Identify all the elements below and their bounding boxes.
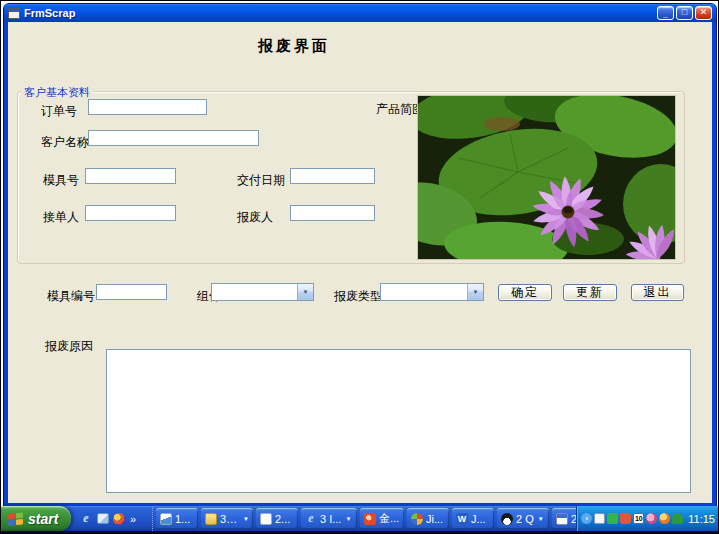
taskbar-button-vb-group[interactable]: 2 V ▼ [552, 508, 576, 529]
taskbar-button-explorer-group[interactable]: 3 W ▼ [201, 508, 253, 529]
order-taker-label: 接单人 [43, 209, 79, 226]
delivery-date-label: 交付日期 [237, 172, 285, 189]
media-app-icon [411, 513, 423, 525]
taskbar-button-qq-group[interactable]: 2 Q ▼ [497, 508, 549, 529]
theme-tray-icon[interactable] [646, 513, 657, 524]
order-taker-input[interactable] [85, 205, 176, 221]
page-tray-icon[interactable] [594, 513, 605, 524]
taskbar-button-ji-app[interactable]: Ji... [407, 508, 449, 529]
windows-flag-icon [7, 511, 24, 526]
group-dropdown-arrow-icon: ▼ [243, 516, 249, 522]
overflow-chevron-icon[interactable]: » [130, 513, 136, 525]
chevron-down-icon[interactable]: ▼ [467, 284, 483, 300]
scrap-type-combobox-value [381, 284, 467, 300]
input-method-tray-icon[interactable]: 10 [633, 513, 644, 524]
taskbar: start e » 1... 3 W ▼ 2... e [1, 506, 719, 531]
start-label: start [28, 511, 58, 527]
maximize-button[interactable]: □ [676, 6, 693, 20]
taskbar-clock[interactable]: 11:15 [688, 513, 715, 525]
scrapper-label: 报废人 [237, 209, 273, 226]
title-bar[interactable]: FrmScrap _ □ ✕ [4, 4, 716, 22]
screen-bottom-edge [1, 531, 719, 533]
scrap-type-label: 报废类型 [334, 288, 382, 305]
hide-icons-chevron-icon[interactable]: ‹ [581, 513, 592, 524]
frmscrap-window: FrmScrap _ □ ✕ 报废界面 客户基本资料 订单号 客户名称 模具号 … [4, 4, 716, 507]
download-manager-tray-icon[interactable] [620, 513, 631, 524]
notepad-icon [260, 513, 272, 525]
taskbar-button-jin-app[interactable]: 金... [360, 508, 404, 529]
show-desktop-icon[interactable] [97, 513, 109, 524]
taskbar-button-image-viewer[interactable]: 1... [156, 508, 198, 529]
system-tray: ‹ 10 11:15 [576, 506, 719, 531]
start-button[interactable]: start [1, 506, 71, 531]
exit-button[interactable]: 退出 [631, 284, 684, 301]
taskbar-button-ie-group[interactable]: e 3 I... ▼ [301, 508, 357, 529]
page-title: 报废界面 [258, 37, 330, 56]
component-combobox-value [212, 284, 297, 300]
media-player-icon[interactable] [113, 513, 125, 525]
task-buttons: 1... 3 W ▼ 2... e 3 I... ▼ 金... [153, 506, 576, 531]
internet-explorer-icon[interactable]: e [79, 512, 93, 526]
desktop-screenshot: FrmScrap _ □ ✕ 报废界面 客户基本资料 订单号 客户名称 模具号 … [0, 0, 719, 534]
mold-no-label: 模具号 [43, 172, 79, 189]
window-icon [8, 8, 20, 19]
messenger-tray-icon[interactable] [607, 513, 618, 524]
close-button[interactable]: ✕ [695, 6, 712, 20]
ok-button[interactable]: 确定 [498, 284, 552, 301]
minimize-button[interactable]: _ [657, 6, 674, 20]
red-app-icon [364, 513, 376, 525]
taskbar-button-notepad[interactable]: 2... [256, 508, 298, 529]
product-photo-frame [417, 95, 676, 260]
scrap-type-combobox[interactable]: ▼ [380, 283, 484, 301]
qq-icon [501, 513, 513, 525]
scrapper-input[interactable] [290, 205, 375, 221]
quick-launch: e » [71, 506, 153, 531]
form-client-area: 报废界面 客户基本资料 订单号 客户名称 模具号 交付日期 接单人 报废人 产品… [8, 22, 712, 503]
component-combobox[interactable]: ▼ [211, 283, 314, 301]
customer-name-label: 客户名称 [41, 134, 89, 151]
folder-icon [205, 513, 217, 525]
mold-no-input[interactable] [85, 168, 176, 184]
mold-code-input[interactable] [96, 284, 167, 300]
delivery-date-input[interactable] [290, 168, 375, 184]
vb-window-icon [556, 513, 568, 525]
scrap-reason-textarea[interactable] [106, 349, 691, 493]
order-no-label: 订单号 [41, 103, 77, 120]
chevron-down-icon[interactable]: ▼ [297, 284, 313, 300]
order-no-input[interactable] [88, 99, 207, 115]
update-button[interactable]: 更新 [563, 284, 617, 301]
image-viewer-icon [160, 513, 172, 525]
group-dropdown-arrow-icon: ▼ [538, 516, 544, 522]
scrap-reason-label: 报废原因 [45, 338, 93, 355]
group-dropdown-arrow-icon: ▼ [345, 516, 351, 522]
wireless-network-tray-icon[interactable] [672, 513, 683, 524]
mold-code-label: 模具编号 [47, 288, 95, 305]
customer-name-input[interactable] [88, 130, 259, 146]
customer-info-groupbox-title: 客户基本资料 [21, 85, 93, 100]
internet-explorer-icon: e [305, 513, 317, 525]
product-photo [418, 96, 675, 259]
window-title: FrmScrap [24, 7, 657, 19]
browser-tray-icon[interactable] [659, 513, 670, 524]
taskbar-button-word[interactable]: W J... [452, 508, 494, 529]
word-icon: W [456, 513, 468, 525]
